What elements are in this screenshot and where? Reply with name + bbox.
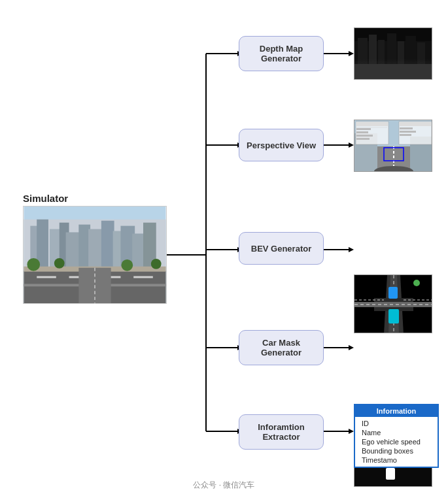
svg-rect-55: [398, 41, 404, 80]
info-row-speed: Ego vehicle speed: [362, 437, 431, 446]
info-table-body: ID Name Ego vehicle speed Bounding boxes…: [355, 417, 438, 467]
depth-map-label: Depth Map Generator: [260, 44, 303, 63]
perspective-output: [354, 120, 432, 172]
info-table: Information ID Name Ego vehicle speed Bo…: [354, 404, 439, 468]
svg-point-44: [54, 258, 65, 269]
svg-point-43: [27, 258, 40, 271]
svg-rect-86: [388, 287, 398, 299]
svg-rect-53: [378, 40, 385, 80]
simulator-image: [23, 206, 167, 304]
svg-rect-67: [356, 128, 371, 130]
watermark: 公众号 · 微信汽车: [193, 480, 254, 491]
perspective-label: Perspective View: [247, 141, 316, 150]
svg-rect-34: [132, 233, 144, 271]
svg-rect-57: [417, 42, 425, 80]
diagram: Simulator: [0, 0, 448, 496]
svg-rect-93: [386, 468, 395, 480]
svg-rect-28: [66, 232, 80, 271]
svg-marker-19: [349, 345, 354, 350]
info-row-name: Name: [362, 428, 431, 437]
svg-rect-38: [37, 276, 56, 278]
perspective-box: Perspective View: [239, 129, 324, 161]
svg-rect-75: [400, 134, 411, 136]
svg-marker-21: [349, 429, 354, 434]
svg-rect-54: [387, 33, 396, 80]
svg-point-46: [151, 259, 162, 269]
svg-rect-69: [356, 135, 373, 137]
info-row-bbox: Bounding boxes: [362, 446, 431, 455]
info-row-id: ID: [362, 419, 431, 428]
svg-rect-85: [388, 309, 399, 323]
svg-marker-13: [349, 51, 354, 56]
car-mask-label: Car Mask Generator: [261, 338, 302, 357]
info-table-header: Information: [355, 405, 438, 417]
svg-rect-51: [358, 38, 368, 80]
info-extractor-label: Inforamtion Extractor: [258, 422, 305, 442]
svg-rect-72: [400, 122, 431, 126]
svg-rect-68: [356, 131, 368, 133]
svg-rect-31: [101, 221, 114, 271]
svg-rect-41: [133, 276, 153, 278]
svg-rect-73: [400, 127, 413, 129]
svg-point-87: [413, 280, 420, 286]
depth-map-output: [354, 27, 432, 80]
svg-marker-15: [349, 142, 354, 148]
info-row-timestamp: Timestamo: [362, 455, 431, 465]
svg-rect-56: [405, 36, 416, 80]
bev-box: BEV Generator: [239, 232, 324, 265]
bev-label: BEV Generator: [251, 244, 311, 254]
svg-rect-70: [356, 138, 370, 140]
depth-map-box: Depth Map Generator: [239, 36, 324, 71]
svg-rect-58: [354, 64, 432, 80]
bev-output: [354, 274, 432, 333]
info-extractor-box: Inforamtion Extractor: [239, 414, 324, 450]
svg-rect-74: [400, 131, 416, 133]
car-mask-box: Car Mask Generator: [239, 330, 324, 365]
svg-rect-65: [356, 122, 388, 126]
svg-point-45: [121, 259, 133, 271]
simulator-label: Simulator: [23, 193, 68, 204]
svg-marker-17: [349, 247, 354, 252]
svg-rect-52: [369, 35, 377, 80]
